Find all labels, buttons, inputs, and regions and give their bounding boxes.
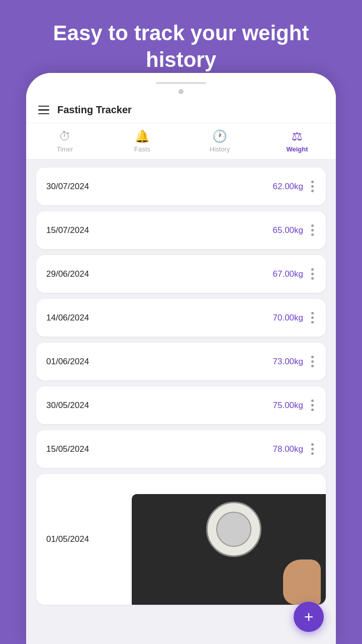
weight-date-3: 14/06/2024 xyxy=(46,313,89,323)
phone-frame: Fasting Tracker ⏱ Timer 🔔 Fasts 🕐 Histor… xyxy=(26,73,336,644)
weight-right-2: 67.00kg xyxy=(273,266,316,282)
tab-fasts[interactable]: 🔔 Fasts xyxy=(104,123,181,159)
more-menu-icon-1[interactable] xyxy=(309,222,316,238)
tab-timer[interactable]: ⏱ Timer xyxy=(26,123,104,159)
weight-value-5: 75.00kg xyxy=(273,400,304,411)
more-menu-icon-5[interactable] xyxy=(309,397,316,413)
notch-line xyxy=(156,82,206,84)
more-menu-icon-3[interactable] xyxy=(309,310,316,326)
weight-right-5: 75.00kg xyxy=(273,397,316,413)
tab-timer-label: Timer xyxy=(57,145,73,153)
weight-value-6: 78.00kg xyxy=(273,444,304,454)
fasts-icon: 🔔 xyxy=(135,129,150,143)
weight-entry-2: 29/06/2024 67.00kg xyxy=(36,255,326,293)
more-menu-icon-0[interactable] xyxy=(309,179,316,194)
tab-fasts-label: Fasts xyxy=(134,145,150,153)
weight-value-2: 67.00kg xyxy=(273,269,304,279)
weight-value-4: 73.00kg xyxy=(273,357,304,367)
weight-entry-6: 15/05/2024 78.00kg xyxy=(36,430,326,468)
more-menu-icon-2[interactable] xyxy=(309,266,316,282)
timer-icon: ⏱ xyxy=(59,129,71,143)
tab-weight[interactable]: ⚖ Weight xyxy=(258,123,336,159)
weight-entry-1: 15/07/2024 65.00kg xyxy=(36,211,326,249)
weight-date-2: 29/06/2024 xyxy=(46,269,89,279)
weight-icon: ⚖ xyxy=(292,129,303,143)
weight-value-0: 62.00kg xyxy=(273,182,304,192)
weight-value-1: 65.00kg xyxy=(273,225,304,235)
weight-right-1: 65.00kg xyxy=(273,222,316,238)
weight-date-4: 01/06/2024 xyxy=(46,357,89,367)
weight-date-7: 01/05/2024 xyxy=(46,534,89,544)
header-title: Easy to track your weight history xyxy=(30,20,332,73)
weight-date-1: 15/07/2024 xyxy=(46,225,89,235)
weight-entry-7: 01/05/2024 80.00kg xyxy=(36,474,326,605)
weight-entry-5: 30/05/2024 75.00kg xyxy=(36,386,326,424)
weight-date-6: 15/05/2024 xyxy=(46,444,89,454)
weight-date-5: 30/05/2024 xyxy=(46,400,89,411)
tab-history[interactable]: 🕐 History xyxy=(181,123,258,159)
tab-weight-label: Weight xyxy=(286,145,308,153)
more-menu-icon-4[interactable] xyxy=(309,354,316,369)
weight-right-4: 73.00kg xyxy=(273,354,316,369)
weight-right-0: 62.00kg xyxy=(273,179,316,194)
fab-button[interactable]: + xyxy=(294,602,324,632)
weight-entry-4: 01/06/2024 73.00kg xyxy=(36,343,326,380)
hamburger-menu-icon[interactable] xyxy=(38,106,49,115)
content-area: 30/07/2024 62.00kg 15/07/2024 65.00kg 29… xyxy=(26,159,336,640)
scale-image xyxy=(132,494,326,605)
weight-right-6: 78.00kg xyxy=(273,441,316,457)
weight-entry-3: 14/06/2024 70.00kg xyxy=(36,299,326,337)
tab-history-label: History xyxy=(210,145,230,153)
app-bar: Fasting Tracker xyxy=(26,97,336,123)
page-background: Easy to track your weight history Fastin… xyxy=(0,0,362,88)
weight-value-3: 70.00kg xyxy=(273,313,304,323)
foot-shape xyxy=(283,559,321,605)
app-title: Fasting Tracker xyxy=(57,104,132,116)
history-icon: 🕐 xyxy=(212,129,227,143)
weight-right-3: 70.00kg xyxy=(273,310,316,326)
scale-dial xyxy=(206,502,261,557)
scale-dial-inner xyxy=(216,512,251,547)
camera-dot xyxy=(178,89,184,94)
more-menu-icon-6[interactable] xyxy=(309,441,316,457)
phone-top xyxy=(26,73,336,97)
tab-bar: ⏱ Timer 🔔 Fasts 🕐 History ⚖ Weight xyxy=(26,123,336,159)
fab-plus-icon: + xyxy=(304,609,314,625)
weight-date-0: 30/07/2024 xyxy=(46,182,89,192)
weight-entry-0: 30/07/2024 62.00kg xyxy=(36,168,326,205)
